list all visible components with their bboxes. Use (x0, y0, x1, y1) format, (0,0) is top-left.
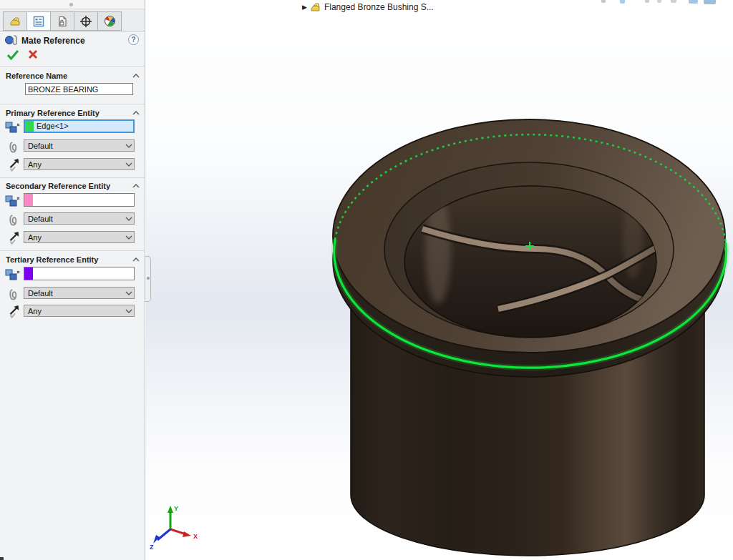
toolbar-fragment-icon[interactable] (689, 0, 698, 4)
mate-type-paperclip-icon (6, 213, 23, 227)
dimxpertmanager-icon (79, 15, 92, 28)
tertiary-selection-box[interactable] (24, 267, 135, 280)
secondary-selection-box[interactable] (24, 193, 135, 207)
help-icon[interactable]: ? (128, 34, 139, 45)
toolbar-fragment-icon[interactable] (620, 0, 625, 4)
tertiary-mate-type-dropdown[interactable]: Default (24, 287, 135, 299)
toolbar-fragment-icon[interactable] (704, 0, 716, 4)
manager-tab-bar (0, 9, 145, 31)
y-axis-arrow-icon (168, 506, 173, 513)
alignment-arrow-icon (6, 158, 23, 172)
tab-dimxpertmanager[interactable] (74, 11, 98, 31)
mate-type-paperclip-icon (6, 140, 23, 154)
flyout-expand-arrow-icon[interactable]: ▶ (302, 2, 307, 12)
y-axis-label: Y (174, 505, 178, 512)
divider (0, 104, 145, 104)
section-header-reference-name[interactable]: Reference Name (6, 72, 67, 80)
primary-mate-type-value: Default (24, 142, 124, 150)
divider (0, 250, 145, 251)
cancel-x-icon[interactable] (28, 49, 38, 59)
chevron-down-icon (124, 217, 134, 221)
splitter-grip-icon (69, 3, 73, 6)
flyout-feature-tree[interactable]: ▶ Flanged Bronze Bushing S... (302, 2, 434, 12)
panel-collapse-handle[interactable] (145, 256, 151, 302)
x-axis-label: X (193, 533, 198, 540)
section-header-primary[interactable]: Primary Reference Entity (6, 109, 99, 117)
reference-name-input[interactable] (25, 83, 133, 95)
tertiary-selection-value (33, 267, 36, 280)
secondary-mate-type-value: Default (24, 215, 124, 223)
tab-propertymanager[interactable] (26, 11, 51, 31)
toolbar-fragment-icon[interactable] (645, 0, 649, 3)
secondary-alignment-value: Any (24, 233, 124, 242)
tertiary-alignment-value: Any (24, 307, 124, 315)
tertiary-color-swatch (24, 267, 33, 280)
chevron-down-icon (124, 162, 134, 167)
property-manager-panel: Mate Reference ? Reference Name Primary … (0, 0, 145, 560)
divider (0, 66, 145, 67)
secondary-alignment-dropdown[interactable]: Any (24, 231, 135, 243)
reference-entity-icon (4, 194, 21, 208)
toolbar-fragment-icon[interactable] (601, 0, 606, 3)
section-header-secondary[interactable]: Secondary Reference Entity (6, 182, 110, 190)
reference-entity-icon (4, 120, 21, 134)
chevron-up-icon[interactable] (132, 110, 140, 116)
toolbar-fragment-icon[interactable] (657, 0, 661, 3)
secondary-selection-value (33, 194, 36, 206)
part-document-icon (310, 2, 321, 12)
collapse-grip-icon (147, 277, 150, 280)
panel-splitter-handle[interactable] (0, 0, 145, 9)
chevron-down-icon (124, 291, 134, 295)
tab-featuremanager[interactable] (3, 11, 27, 31)
primary-alignment-value: Any (24, 160, 124, 169)
panel-title: Mate Reference (21, 36, 85, 46)
primary-color-swatch (25, 121, 34, 132)
configurationmanager-icon (57, 16, 68, 27)
tertiary-mate-type-value: Default (24, 289, 124, 298)
primary-alignment-dropdown[interactable]: Any (24, 158, 135, 170)
chevron-down-icon (124, 144, 134, 148)
chevron-down-icon (124, 235, 134, 240)
displaymanager-icon (104, 15, 116, 27)
reference-entity-icon (4, 267, 21, 282)
chevron-up-icon[interactable] (132, 73, 140, 79)
z-axis-label: Z (150, 544, 154, 551)
primary-selection-value: Edge<1> (34, 121, 69, 132)
featuremanager-tree-icon (9, 16, 21, 26)
chevron-up-icon[interactable] (132, 183, 140, 189)
mate-type-paperclip-icon (6, 288, 23, 302)
ok-check-icon[interactable] (6, 49, 19, 60)
chevron-up-icon[interactable] (132, 257, 140, 262)
mate-reference-icon (4, 34, 20, 46)
primary-selection-box[interactable]: Edge<1> (24, 119, 135, 133)
x-axis-arrow-icon (183, 531, 191, 537)
flyout-part-name[interactable]: Flanged Bronze Bushing S... (324, 2, 434, 12)
alignment-arrow-icon (6, 305, 23, 319)
statusbar-fragment (0, 557, 4, 560)
secondary-color-swatch (24, 194, 33, 206)
secondary-mate-type-dropdown[interactable]: Default (24, 212, 135, 225)
propertymanager-icon (33, 16, 44, 27)
alignment-arrow-icon (6, 231, 23, 245)
orientation-triad: Y X Z (149, 501, 206, 555)
primary-mate-type-dropdown[interactable]: Default (24, 139, 135, 152)
section-header-tertiary[interactable]: Tertiary Reference Entity (6, 255, 98, 264)
divider (0, 177, 145, 178)
tertiary-alignment-dropdown[interactable]: Any (24, 305, 135, 317)
tab-displaymanager[interactable] (97, 11, 122, 31)
chevron-down-icon (124, 309, 134, 313)
tab-configurationmanager[interactable] (50, 11, 74, 31)
toolbar-fragment-icon[interactable] (671, 0, 676, 3)
